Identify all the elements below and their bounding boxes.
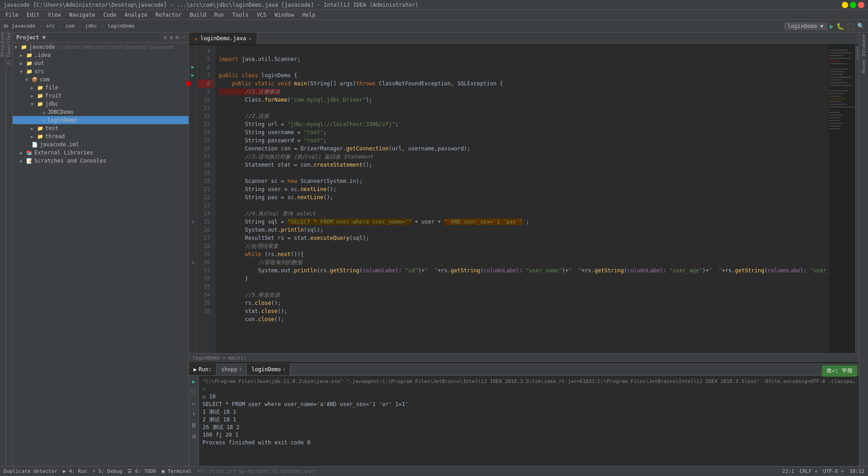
bottom-tab-shopp[interactable]: shopp ✕	[217, 364, 247, 375]
menu-build[interactable]: Build	[186, 11, 210, 19]
svg-rect-6	[830, 69, 849, 70]
gutter-row	[189, 185, 197, 193]
favorites-label[interactable]: 2: Favorites	[6, 33, 12, 65]
maximize-button[interactable]	[850, 2, 856, 8]
tree-item-test[interactable]: ▶ 📁 test	[13, 124, 189, 132]
tree-item-src[interactable]: ▼ 📁 src	[13, 67, 189, 75]
svg-rect-23	[830, 120, 840, 121]
gutter-row	[189, 112, 197, 120]
logindemo-tab-close[interactable]: ✕	[283, 367, 285, 372]
scroll-to-end-button[interactable]: ⬇	[191, 410, 196, 418]
menu-view[interactable]: View	[44, 11, 65, 19]
tree-item-javacode[interactable]: ▼ 📁 javacode C:\Users\Administrator\Desk…	[13, 43, 189, 51]
gutter-row	[189, 88, 197, 96]
line-num: 29	[197, 250, 213, 258]
shopp-tab-close[interactable]: ✕	[239, 367, 242, 372]
menu-code[interactable]: Code	[100, 11, 120, 19]
menu-run[interactable]: Run	[211, 11, 228, 19]
run-rerun-button[interactable]: ↻	[191, 399, 196, 407]
menu-edit[interactable]: Edit	[23, 11, 43, 19]
run-icon: ▶	[193, 366, 197, 373]
breadcrumb-javacode[interactable]: 🗁 javacode	[4, 23, 36, 29]
tree-item-jdbc[interactable]: ▼ 📁 jdbc	[13, 100, 189, 108]
todo-label[interactable]: ☰ 6: TODO	[127, 468, 156, 474]
sidebar-toolbar: ⚙ ⚙ ⊞ ─	[164, 34, 185, 41]
line-num: 31	[197, 266, 213, 275]
minimize-panel-icon[interactable]: ─	[182, 34, 185, 41]
run-button[interactable]: ▶	[830, 23, 834, 30]
line-num: 32	[197, 275, 213, 283]
tree-item-out[interactable]: ▶ 📁 out	[13, 59, 189, 67]
debug-status-label[interactable]: ⚡ 5: Debug	[92, 468, 122, 474]
run-gutter-icon-2[interactable]: ▶	[189, 71, 197, 79]
run-gutter-icon[interactable]: ▶	[189, 63, 197, 71]
menu-vcs[interactable]: VCS	[253, 11, 270, 19]
menu-bar: File Edit View Navigate Code Analyze Ref…	[0, 10, 868, 20]
run-config-selector[interactable]: loginDemo ▼	[784, 22, 827, 30]
structure-label[interactable]: Structure	[0, 33, 6, 57]
menu-file[interactable]: File	[2, 11, 22, 19]
menu-help[interactable]: Help	[299, 11, 319, 19]
tree-item-idea[interactable]: ▶ 📁 .idea	[13, 51, 189, 59]
tree-item-fruit[interactable]: ▶ 📁 fruit	[13, 92, 189, 100]
gutter-row	[189, 201, 197, 210]
code-content[interactable]: import java.util.Scanner; public class l…	[215, 45, 828, 353]
tree-item-scratches[interactable]: ▶ 📝 Scratches and Consoles	[13, 157, 189, 165]
line-num: 20	[197, 177, 213, 185]
breadcrumb-src[interactable]: src	[46, 23, 55, 29]
tree-item-javacode-iml[interactable]: ▶ 📄 javacode.iml	[13, 140, 189, 149]
menu-navigate[interactable]: Navigate	[66, 11, 99, 19]
close-button[interactable]	[858, 2, 864, 8]
editor-tab-logindemo[interactable]: ☕ loginDemo.java ✕	[189, 33, 257, 44]
console-line: ✓	[203, 385, 855, 393]
menu-window[interactable]: Window	[271, 11, 297, 19]
terminal-label[interactable]: ▣ Terminal	[161, 468, 191, 474]
run-play-button[interactable]: ▶	[191, 378, 196, 386]
menu-analyze[interactable]: Analyze	[121, 11, 151, 19]
run-status-label[interactable]: ▶ 4: Run	[63, 468, 87, 474]
editor-breadcrumb: loginDemo > main()	[193, 355, 246, 361]
clear-console-button[interactable]: 🗑	[190, 421, 198, 429]
svg-rect-14	[830, 93, 844, 94]
expand-icon[interactable]: ⊞	[176, 34, 179, 41]
tree-item-file[interactable]: ▶ 📁 file	[13, 84, 189, 92]
print-button[interactable]: 🖨	[190, 432, 198, 440]
gear-icon[interactable]: ⚙	[170, 34, 173, 41]
line-num: 14	[197, 128, 213, 136]
bottom-tabs-left: ▶ Run: shopp ✕ loginDemo ✕	[189, 364, 290, 375]
stop-button[interactable]: ⬛	[847, 23, 854, 30]
line-num: 16	[197, 145, 213, 153]
menu-refactor[interactable]: Refactor	[152, 11, 185, 19]
search-everywhere-button[interactable]: 🔍	[857, 23, 864, 29]
line-num: 9	[197, 88, 213, 96]
bottom-tab-run[interactable]: ▶ Run:	[189, 364, 217, 375]
duplicate-detector-label[interactable]: Duplicate detector	[4, 468, 57, 474]
minimize-button[interactable]	[842, 2, 848, 8]
tree-item-logindemo[interactable]: ▶ ☕ loginDemo	[13, 116, 189, 124]
database-panel-label[interactable]: Database	[861, 34, 866, 56]
tab-bar: ☕ loginDemo.java ✕	[189, 33, 859, 45]
encoding[interactable]: UTF-8 ÷	[823, 468, 844, 474]
sync-icon[interactable]: ⚙	[164, 34, 167, 41]
tree-item-com[interactable]: ▼ 📦 com	[13, 75, 189, 84]
breadcrumb-com[interactable]: com	[66, 23, 75, 29]
run-stop-button[interactable]: ⬛	[189, 388, 198, 397]
editor-scrollbar[interactable]	[855, 45, 859, 353]
console-output[interactable]: "C:\Program Files\Java\jdk-11.0.2\bin\ja…	[199, 376, 859, 466]
tab-close-button[interactable]: ✕	[249, 36, 251, 41]
tree-item-external-libraries[interactable]: ▶ 📚 External Libraries	[13, 149, 189, 157]
bottom-tab-logindemo[interactable]: loginDemo ✕	[247, 364, 290, 375]
breadcrumb-loginDemo[interactable]: loginDemo	[108, 23, 135, 29]
title-bar-controls	[842, 2, 864, 8]
maven-panel-label[interactable]: Maven	[861, 60, 866, 73]
line-num: 23	[197, 201, 213, 210]
breadcrumb-jdbc[interactable]: jdbc	[85, 23, 97, 29]
gutter-row	[189, 96, 197, 104]
tree-item-jdbcdemo[interactable]: ▶ ☕ JDBCDemo	[13, 108, 189, 116]
breakpoint-indicator[interactable]	[186, 81, 191, 86]
menu-tools[interactable]: Tools	[229, 11, 252, 19]
line-separator[interactable]: CRLF ÷	[800, 468, 818, 474]
tree-item-thread[interactable]: ▶ 📁 thread	[13, 132, 189, 140]
toolbar-right: loginDemo ▼ ▶ 🐛 ⬛ 🔍	[784, 22, 864, 30]
debug-button[interactable]: 🐛	[836, 23, 844, 30]
